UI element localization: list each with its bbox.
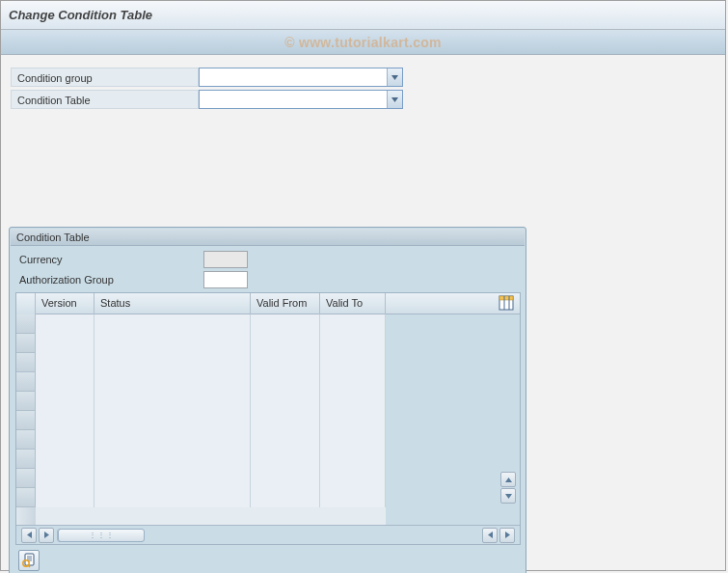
grid-cell[interactable] — [251, 488, 320, 507]
svg-marker-10 — [488, 532, 493, 538]
table-row — [36, 334, 386, 353]
grid-cell[interactable] — [251, 334, 320, 353]
scroll-right-button[interactable] — [39, 528, 54, 543]
scroll-left-button-2[interactable] — [482, 528, 498, 543]
grid-cell[interactable] — [94, 469, 251, 488]
grid-header-status[interactable]: Status — [94, 293, 251, 314]
chevron-down-icon — [387, 68, 402, 86]
grid-cell[interactable] — [36, 411, 94, 430]
grid-cell[interactable] — [94, 334, 251, 353]
grid-cell[interactable] — [320, 488, 386, 507]
vertical-scrollbar — [500, 314, 516, 504]
scroll-thumb[interactable]: ⋮⋮⋮ — [58, 529, 145, 542]
grid-cell[interactable] — [251, 450, 320, 469]
grid-right-band — [386, 314, 520, 525]
scroll-track[interactable]: ⋮⋮⋮ — [57, 529, 144, 542]
grid-cell[interactable] — [94, 353, 251, 372]
label-condition-group: Condition group — [11, 68, 199, 87]
grid-row-selector[interactable] — [16, 488, 36, 507]
scroll-up-button[interactable] — [500, 472, 516, 487]
grid-cell[interactable] — [320, 372, 386, 392]
grid-row-selector[interactable] — [16, 392, 36, 411]
grid-cell[interactable] — [320, 430, 386, 450]
grid-cell[interactable] — [320, 411, 386, 430]
scroll-right-button-2[interactable] — [499, 528, 515, 543]
table-row — [36, 450, 386, 469]
dropdown-condition-group[interactable] — [199, 68, 403, 87]
table-row — [36, 314, 386, 334]
grid-cell[interactable] — [94, 430, 251, 450]
grid-cell[interactable] — [251, 469, 320, 488]
grid-corner[interactable] — [16, 293, 36, 314]
grid-cell[interactable] — [320, 334, 386, 353]
grid-row-selector[interactable] — [16, 411, 36, 430]
svg-marker-11 — [505, 532, 510, 538]
title-bar: Change Condition Table — [1, 1, 725, 30]
panel-toolbar — [15, 550, 520, 571]
grid-cell[interactable] — [36, 430, 94, 450]
grid-row-selector[interactable] — [16, 314, 36, 334]
grid: VersionStatusValid FromValid To — [15, 292, 521, 545]
grid-cell[interactable] — [36, 314, 94, 334]
grid-row-selector[interactable] — [16, 430, 36, 450]
grid-cell[interactable] — [94, 314, 251, 334]
grid-cell[interactable] — [36, 450, 94, 469]
app-frame: Change Condition Table © www.tutorialkar… — [0, 0, 726, 571]
svg-marker-1 — [391, 97, 398, 102]
input-currency[interactable] — [203, 251, 248, 268]
watermark-text: © www.tutorialkart.com — [284, 35, 442, 50]
grid-row-selector[interactable] — [16, 469, 36, 488]
svg-marker-9 — [44, 532, 49, 538]
row-currency: Currency — [15, 249, 520, 269]
horizontal-scrollbar: ⋮⋮⋮ — [16, 525, 520, 544]
scroll-down-button[interactable] — [500, 488, 516, 504]
table-row — [36, 392, 386, 411]
grid-cell[interactable] — [94, 372, 251, 392]
svg-marker-8 — [27, 532, 32, 538]
grid-cell[interactable] — [36, 372, 94, 392]
grid-cell[interactable] — [320, 353, 386, 372]
svg-marker-6 — [505, 478, 512, 482]
row-auth-group: Authorization Group — [15, 269, 520, 289]
table-row — [36, 469, 386, 488]
input-auth-group[interactable] — [203, 271, 248, 288]
grid-body — [16, 314, 520, 525]
configure-columns-button[interactable] — [499, 295, 514, 313]
grid-cell[interactable] — [320, 392, 386, 411]
row-condition-group: Condition group — [11, 67, 715, 88]
chevron-down-icon — [387, 91, 402, 108]
grid-row-selector[interactable] — [16, 353, 36, 372]
grid-cell[interactable] — [251, 353, 320, 372]
grid-cell[interactable] — [94, 411, 251, 430]
grid-cell[interactable] — [36, 469, 94, 488]
analyze-button[interactable] — [18, 550, 40, 571]
grip-icon: ⋮⋮⋮ — [89, 531, 115, 539]
grid-cell[interactable] — [320, 469, 386, 488]
scroll-left-button[interactable] — [21, 528, 37, 543]
toolbar: © www.tutorialkart.com — [1, 30, 725, 55]
grid-cell[interactable] — [36, 334, 94, 353]
grid-row-selector[interactable] — [16, 450, 36, 469]
grid-cell[interactable] — [36, 488, 94, 507]
grid-row-selector[interactable] — [16, 372, 36, 392]
grid-cell[interactable] — [94, 392, 251, 411]
grid-header-row: VersionStatusValid FromValid To — [16, 293, 520, 314]
grid-header-valid-from[interactable]: Valid From — [251, 293, 320, 314]
grid-cell[interactable] — [251, 314, 320, 334]
grid-cell[interactable] — [320, 314, 386, 334]
grid-cell[interactable] — [251, 430, 320, 450]
grid-cell[interactable] — [320, 450, 386, 469]
grid-cell[interactable] — [36, 353, 94, 372]
grid-row-selector[interactable] — [16, 334, 36, 353]
grid-cell[interactable] — [251, 392, 320, 411]
grid-cell[interactable] — [94, 488, 251, 507]
grid-cell[interactable] — [251, 372, 320, 392]
grid-cell[interactable] — [251, 411, 320, 430]
dropdown-condition-table[interactable] — [199, 90, 403, 109]
grid-header-valid-to[interactable]: Valid To — [320, 293, 386, 314]
grid-header-version[interactable]: Version — [36, 293, 94, 314]
grid-cell[interactable] — [94, 450, 251, 469]
table-row — [36, 430, 386, 450]
grid-cell[interactable] — [36, 392, 94, 411]
label-currency: Currency — [15, 252, 203, 267]
